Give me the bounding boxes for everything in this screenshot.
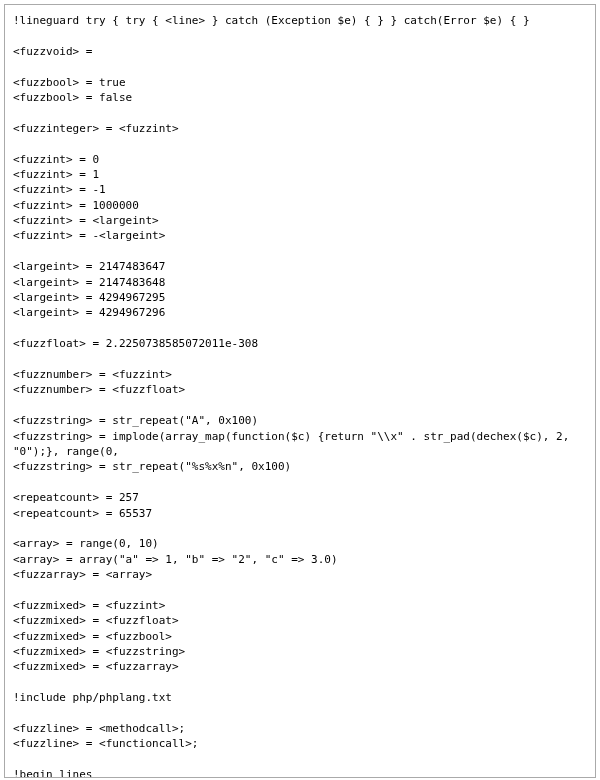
code-line: <fuzznumber> = <fuzzint>	[13, 367, 587, 382]
code-line	[13, 105, 587, 120]
code-line: <fuzzfloat> = 2.2250738585072011e-308	[13, 336, 587, 351]
code-line: <fuzzint> = 0	[13, 152, 587, 167]
code-line: <fuzzmixed> = <fuzzbool>	[13, 629, 587, 644]
code-line: !lineguard try { try { <line> } catch (E…	[13, 13, 587, 28]
code-line	[13, 244, 587, 259]
code-line: <array> = array("a" => 1, "b" => "2", "c…	[13, 552, 587, 567]
code-line: <repeatcount> = 257	[13, 490, 587, 505]
code-line	[13, 352, 587, 367]
code-line	[13, 521, 587, 536]
code-line: <fuzzmixed> = <fuzzfloat>	[13, 613, 587, 628]
code-line	[13, 582, 587, 597]
code-line: !begin lines	[13, 767, 587, 778]
code-line: <array> = range(0, 10)	[13, 536, 587, 551]
code-line: <largeint> = 2147483648	[13, 275, 587, 290]
code-line: <fuzzvoid> =	[13, 44, 587, 59]
code-line: <fuzzarray> = <array>	[13, 567, 587, 582]
code-line: <fuzzline> = <methodcall>;	[13, 721, 587, 736]
code-line: <fuzzbool> = true	[13, 75, 587, 90]
code-line: <fuzznumber> = <fuzzfloat>	[13, 382, 587, 397]
code-line: <fuzzint> = -<largeint>	[13, 228, 587, 243]
code-line: <fuzzbool> = false	[13, 90, 587, 105]
code-line: <fuzzint> = <largeint>	[13, 213, 587, 228]
code-line	[13, 475, 587, 490]
code-line: <fuzzline> = <functioncall>;	[13, 736, 587, 751]
code-line: <fuzzmixed> = <fuzzint>	[13, 598, 587, 613]
code-line: <fuzzmixed> = <fuzzarray>	[13, 659, 587, 674]
code-line	[13, 28, 587, 43]
code-line: <fuzzint> = -1	[13, 182, 587, 197]
code-line: <fuzzstring> = str_repeat("A", 0x100)	[13, 413, 587, 428]
code-viewer[interactable]: !lineguard try { try { <line> } catch (E…	[4, 4, 596, 778]
code-line: <fuzzmixed> = <fuzzstring>	[13, 644, 587, 659]
code-line	[13, 675, 587, 690]
code-line	[13, 59, 587, 74]
code-line: <fuzzinteger> = <fuzzint>	[13, 121, 587, 136]
code-line: <largeint> = 2147483647	[13, 259, 587, 274]
code-line	[13, 398, 587, 413]
code-line: <fuzzstring> = str_repeat("%s%x%n", 0x10…	[13, 459, 587, 474]
code-line: <largeint> = 4294967296	[13, 305, 587, 320]
code-line: <fuzzint> = 1000000	[13, 198, 587, 213]
code-line: !include php/phplang.txt	[13, 690, 587, 705]
code-line: <largeint> = 4294967295	[13, 290, 587, 305]
code-line	[13, 136, 587, 151]
code-line	[13, 321, 587, 336]
code-line: <fuzzint> = 1	[13, 167, 587, 182]
code-line	[13, 706, 587, 721]
code-line: <fuzzstring> = implode(array_map(functio…	[13, 429, 587, 460]
code-line	[13, 752, 587, 767]
code-line: <repeatcount> = 65537	[13, 506, 587, 521]
